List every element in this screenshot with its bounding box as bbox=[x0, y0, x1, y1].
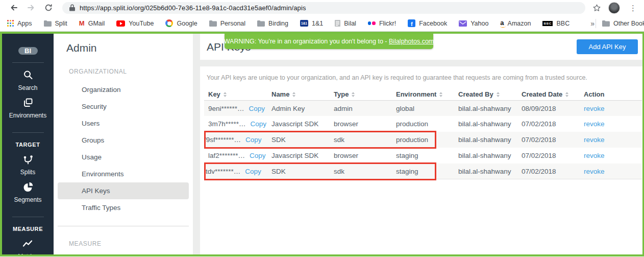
created-by: bilal.al-shahwany bbox=[458, 168, 522, 175]
nav-item-traffic-types[interactable]: Traffic Types bbox=[54, 199, 193, 216]
bookmarks-bar: Apps Split M GMail YouTube Google Person… bbox=[0, 15, 644, 32]
warning-org-link[interactable]: Bilalphotos.com bbox=[389, 38, 434, 45]
created-date: 07/02/2018 bbox=[522, 152, 584, 159]
table-row: 3m7h*****…Copy Javascript SDK browser pr… bbox=[204, 116, 642, 132]
bookmark-amazon[interactable]: a Amazon bbox=[500, 19, 531, 28]
revoke-link[interactable]: revoke bbox=[584, 152, 605, 159]
admin-title: Admin bbox=[66, 42, 193, 54]
copy-link[interactable]: Copy bbox=[249, 105, 265, 112]
sort-icon[interactable] bbox=[352, 92, 355, 97]
forward-icon[interactable] bbox=[24, 1, 38, 14]
nav-item-environments[interactable]: Environments bbox=[54, 166, 193, 182]
nav-item-users[interactable]: Users bbox=[54, 115, 193, 132]
api-key-mask: f9sf*******… bbox=[204, 136, 241, 144]
lock-icon bbox=[69, 4, 75, 11]
rail-item-segments[interactable]: Segments bbox=[14, 181, 41, 203]
created-by: bilal.al-shahwany bbox=[458, 105, 522, 112]
rail-divider bbox=[12, 217, 44, 217]
bookmark-google[interactable]: Google bbox=[165, 19, 197, 27]
flickr-icon bbox=[368, 21, 376, 25]
bookmark-yahoo[interactable]: Yahoo bbox=[459, 20, 488, 27]
copy-link[interactable]: Copy bbox=[250, 152, 266, 159]
splits-icon bbox=[22, 154, 34, 167]
api-keys-description: Your API keys are unique to your organiz… bbox=[207, 74, 636, 81]
nav-item-security[interactable]: Security bbox=[54, 98, 193, 115]
sort-icon[interactable] bbox=[292, 92, 295, 97]
search-icon bbox=[22, 69, 34, 83]
nav-item-usage[interactable]: Usage bbox=[54, 149, 193, 166]
rail-divider bbox=[12, 62, 44, 63]
section-organizational: ORGANIZATIONAL bbox=[69, 68, 193, 75]
key-name: Admin Key bbox=[271, 105, 334, 112]
created-date: 07/02/2018 bbox=[522, 168, 584, 175]
col-type[interactable]: Type bbox=[334, 90, 396, 98]
url-input[interactable]: https://app.split.io/org/025b6d00-7e36-1… bbox=[80, 4, 306, 12]
rail-item-splits[interactable]: Splits bbox=[20, 154, 35, 176]
rail-item-metrics[interactable]: Metrics bbox=[18, 238, 38, 254]
bookmarks-overflow-icon[interactable]: » bbox=[590, 19, 595, 28]
browser-toolbar: https://app.split.io/org/025b6d00-7e36-1… bbox=[0, 0, 644, 15]
workspace-avatar[interactable]: BI bbox=[18, 47, 38, 55]
bookmark-gmail[interactable]: M GMail bbox=[79, 20, 105, 27]
bookmark-facebook[interactable]: f Facebook bbox=[408, 19, 447, 27]
bookmark-star-icon[interactable] bbox=[592, 4, 601, 12]
section-measure: MEASURE bbox=[69, 240, 193, 247]
bookmark-split[interactable]: Split bbox=[44, 20, 67, 27]
sort-icon[interactable] bbox=[439, 92, 442, 97]
bookmark-bbc[interactable]: BBC BBC bbox=[542, 20, 569, 27]
key-environment: staging bbox=[396, 168, 458, 175]
created-date: 08/09/2018 bbox=[522, 105, 584, 112]
url-bar[interactable]: https://app.split.io/org/025b6d00-7e36-1… bbox=[62, 2, 585, 14]
nav-item-event-types[interactable]: Event Types bbox=[54, 253, 193, 254]
col-environment[interactable]: Environment bbox=[396, 90, 458, 98]
metrics-icon bbox=[22, 238, 33, 251]
browser-menu-icon[interactable]: ⋮ bbox=[627, 4, 639, 12]
add-api-key-button[interactable]: Add API Key bbox=[577, 39, 638, 54]
revoke-link[interactable]: revoke bbox=[584, 136, 605, 144]
revoke-link[interactable]: revoke bbox=[584, 120, 605, 128]
rail-section-measure: MEASURE bbox=[13, 226, 43, 232]
segments-icon bbox=[22, 181, 34, 195]
profile-avatar[interactable] bbox=[608, 2, 620, 14]
nav-item-api-keys[interactable]: API Keys bbox=[58, 182, 189, 199]
header-strip bbox=[200, 60, 642, 66]
col-name[interactable]: Name bbox=[271, 90, 334, 98]
copy-link[interactable]: Copy bbox=[245, 168, 261, 175]
copy-link[interactable]: Copy bbox=[251, 120, 267, 128]
bookmark-apps[interactable]: Apps bbox=[7, 20, 32, 27]
bookmark-flickr[interactable]: Flickr! bbox=[368, 20, 396, 27]
col-created-by[interactable]: Created By bbox=[458, 90, 522, 98]
api-keys-table: Key Name Type Environment Created By Cre… bbox=[204, 88, 642, 179]
environments-icon bbox=[22, 97, 34, 110]
rail-item-environments[interactable]: Environments bbox=[9, 97, 46, 119]
sort-icon[interactable] bbox=[565, 92, 568, 97]
copy-link[interactable]: Copy bbox=[245, 136, 262, 144]
col-created-date[interactable]: Created Date bbox=[522, 90, 584, 98]
revoke-link[interactable]: revoke bbox=[584, 105, 605, 112]
facebook-icon: f bbox=[408, 19, 415, 27]
back-icon[interactable] bbox=[7, 1, 20, 14]
rail-item-search[interactable]: Search bbox=[18, 69, 37, 91]
created-by: bilal.al-shahwany bbox=[458, 136, 522, 144]
app-rail: BI Search Environments TARGET Splits Seg… bbox=[2, 34, 54, 254]
nav-item-groups[interactable]: Groups bbox=[54, 132, 193, 149]
bookmark-bilal[interactable]: Bilal bbox=[335, 20, 356, 27]
table-header-row: Key Name Type Environment Created By Cre… bbox=[204, 88, 642, 100]
nav-item-organization[interactable]: Organization bbox=[54, 81, 193, 98]
reload-icon[interactable] bbox=[42, 1, 55, 14]
bookmark-birding[interactable]: Birding bbox=[257, 20, 288, 27]
key-environment: staging bbox=[396, 152, 458, 159]
folder-icon bbox=[602, 20, 610, 27]
bookmark-personal[interactable]: Personal bbox=[209, 20, 245, 27]
sort-icon[interactable] bbox=[224, 92, 227, 97]
sort-icon[interactable] bbox=[497, 92, 500, 97]
key-type: sdk bbox=[334, 168, 396, 175]
bookmark-youtube[interactable]: YouTube bbox=[116, 20, 154, 27]
col-key[interactable]: Key bbox=[204, 90, 271, 98]
revoke-link[interactable]: revoke bbox=[584, 168, 605, 175]
key-type: sdk bbox=[334, 136, 396, 144]
bookmark-1and1[interactable]: 1&1 1&1 bbox=[300, 20, 323, 27]
key-type: browser bbox=[334, 120, 396, 128]
created-by: bilal.al-shahwany bbox=[458, 152, 522, 159]
other-bookmarks[interactable]: Other Bookmarks bbox=[602, 20, 644, 27]
